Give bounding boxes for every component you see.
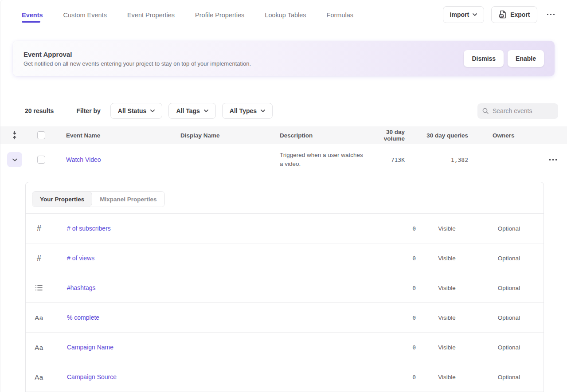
filter-bar: 20 results Filter by All Status All Tags… xyxy=(0,103,567,119)
search-icon xyxy=(482,107,489,114)
properties-segmented-control: Your Properties Mixpanel Properties xyxy=(32,191,165,207)
all-types-dropdown[interactable]: All Types xyxy=(222,103,273,119)
collapse-row-button[interactable] xyxy=(7,152,22,167)
collapse-rows-icon xyxy=(11,131,18,140)
number-type-icon: # xyxy=(37,224,41,233)
column-display-name[interactable]: Display Name xyxy=(180,132,280,139)
chevron-down-icon xyxy=(473,13,477,16)
property-name-link[interactable]: #hashtags xyxy=(67,284,96,291)
number-type-icon: # xyxy=(37,254,41,263)
tab-mixpanel-properties[interactable]: Mixpanel Properties xyxy=(92,192,164,207)
tab-custom-events[interactable]: Custom Events xyxy=(63,2,107,27)
chevron-down-icon xyxy=(150,110,155,112)
nav-actions: Import csv Export xyxy=(443,6,557,23)
csv-file-icon: csv xyxy=(498,10,507,19)
property-row: Aa Campaign Name 0 Visible Optional xyxy=(26,333,544,362)
property-row: Aa Campaign Source 0 Visible Optional xyxy=(26,362,544,392)
row-more-options-button[interactable] xyxy=(547,156,560,163)
tab-formulas[interactable]: Formulas xyxy=(327,2,353,27)
property-row: Aa % complete 0 Visible Optional xyxy=(26,303,544,333)
event-name-link[interactable]: Watch Video xyxy=(66,156,101,163)
property-visibility: Visible xyxy=(416,255,478,262)
list-type-icon xyxy=(35,284,43,291)
column-description[interactable]: Description xyxy=(280,132,364,139)
column-event-name[interactable]: Event Name xyxy=(54,132,180,139)
property-count: 0 xyxy=(376,344,416,351)
dismiss-button[interactable]: Dismiss xyxy=(464,50,504,67)
collapse-all-button[interactable] xyxy=(0,131,29,140)
column-30-day-queries[interactable]: 30 day queries xyxy=(408,132,472,139)
description-cell: Triggered when a user watches a video. xyxy=(280,151,364,169)
filter-by-label: Filter by xyxy=(76,107,100,114)
all-status-dropdown[interactable]: All Status xyxy=(110,103,163,119)
results-count: 20 results xyxy=(25,107,54,114)
column-owners[interactable]: Owners xyxy=(472,132,539,139)
property-count: 0 xyxy=(376,374,416,380)
more-options-button[interactable] xyxy=(544,11,558,18)
property-name-link[interactable]: # of views xyxy=(67,255,94,262)
column-30-day-volume[interactable]: 30 day volume xyxy=(364,129,408,142)
chevron-down-icon xyxy=(12,158,17,161)
property-requirement: Optional xyxy=(478,314,540,321)
property-requirement: Optional xyxy=(478,255,540,262)
all-tags-label: All Tags xyxy=(176,107,199,114)
property-visibility: Visible xyxy=(416,225,478,232)
property-visibility: Visible xyxy=(416,314,478,321)
ellipsis-icon xyxy=(547,14,555,16)
property-visibility: Visible xyxy=(416,374,478,380)
property-name-link[interactable]: Campaign Name xyxy=(67,344,113,351)
banner-text: Event Approval Get notified on all new e… xyxy=(23,51,251,67)
event-row: Watch Video Triggered when a user watche… xyxy=(0,144,567,175)
search-input[interactable] xyxy=(493,107,550,114)
banner-subtitle: Get notified on all new events entering … xyxy=(23,60,251,67)
all-types-label: All Types xyxy=(230,107,257,114)
property-count: 0 xyxy=(376,314,416,321)
nav-tabs: Events Custom Events Event Properties Pr… xyxy=(22,2,353,27)
property-name-link[interactable]: # of subscribers xyxy=(67,225,111,232)
property-count: 0 xyxy=(376,285,416,291)
tab-profile-properties[interactable]: Profile Properties xyxy=(195,2,244,27)
search-box xyxy=(477,103,558,119)
text-type-icon: Aa xyxy=(35,373,43,381)
queries-cell: 1,382 xyxy=(408,157,472,163)
property-requirement: Optional xyxy=(478,285,540,291)
banner-actions: Dismiss Enable xyxy=(464,50,544,67)
ellipsis-icon xyxy=(549,159,557,161)
event-approval-banner: Event Approval Get notified on all new e… xyxy=(13,41,555,76)
import-button-label: Import xyxy=(450,11,469,18)
export-button[interactable]: csv Export xyxy=(491,6,537,23)
tab-events[interactable]: Events xyxy=(22,2,43,27)
top-nav: Events Custom Events Event Properties Pr… xyxy=(0,0,567,29)
property-row: # # of subscribers 0 Visible Optional xyxy=(26,214,544,243)
property-row: #hashtags 0 Visible Optional xyxy=(26,273,544,303)
table-header: Event Name Display Name Description 30 d… xyxy=(0,126,567,144)
text-type-icon: Aa xyxy=(35,314,43,321)
text-type-icon: Aa xyxy=(35,344,43,351)
row-checkbox[interactable] xyxy=(37,156,45,164)
lexicon-events-page: Events Custom Events Event Properties Pr… xyxy=(0,0,567,392)
property-visibility: Visible xyxy=(416,344,478,351)
tab-lookup-tables[interactable]: Lookup Tables xyxy=(265,2,306,27)
property-name-link[interactable]: Campaign Source xyxy=(67,373,117,380)
svg-text:csv: csv xyxy=(500,15,504,17)
select-all-checkbox[interactable] xyxy=(37,131,45,139)
property-requirement: Optional xyxy=(478,374,540,380)
property-name-link[interactable]: % complete xyxy=(67,314,99,321)
panel-header: Your Properties Mixpanel Properties xyxy=(26,182,544,214)
property-requirement: Optional xyxy=(478,344,540,351)
all-status-label: All Status xyxy=(118,107,147,114)
tab-event-properties[interactable]: Event Properties xyxy=(127,2,175,27)
chevron-down-icon xyxy=(261,110,265,112)
property-visibility: Visible xyxy=(416,285,478,291)
export-button-label: Export xyxy=(510,11,530,18)
property-count: 0 xyxy=(376,225,416,232)
import-button[interactable]: Import xyxy=(443,6,485,23)
chevron-down-icon xyxy=(204,110,208,112)
volume-cell: 713K xyxy=(364,157,408,163)
property-row: # # of views 0 Visible Optional xyxy=(26,243,544,273)
all-tags-dropdown[interactable]: All Tags xyxy=(168,103,215,119)
tab-your-properties[interactable]: Your Properties xyxy=(32,192,92,207)
enable-button[interactable]: Enable xyxy=(508,50,544,67)
banner-title: Event Approval xyxy=(23,51,251,58)
property-count: 0 xyxy=(376,255,416,262)
